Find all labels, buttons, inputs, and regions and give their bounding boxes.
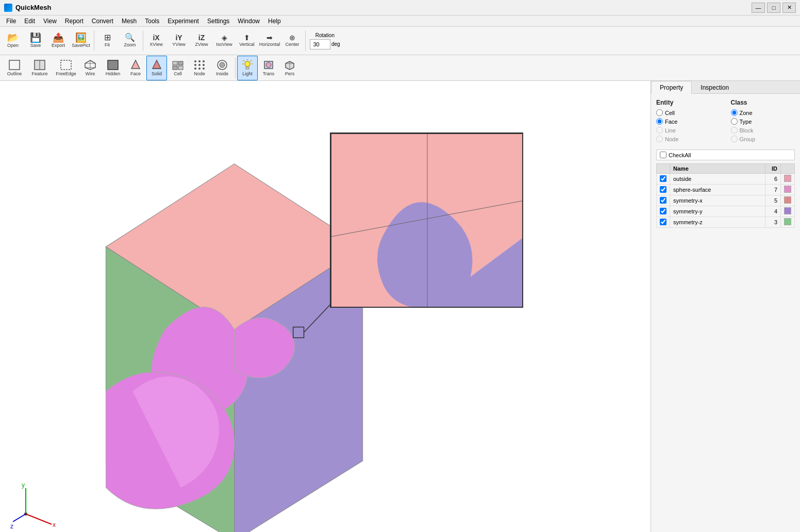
- vertical-button[interactable]: ⬆ Vertical: [236, 28, 258, 53]
- tab-property[interactable]: Property: [651, 81, 692, 94]
- class-group-radio[interactable]: [731, 136, 738, 142]
- trans-button[interactable]: Trans: [258, 56, 279, 80]
- svg-point-17: [198, 60, 201, 62]
- node-button[interactable]: Node: [189, 56, 210, 80]
- class-type-row: Type: [731, 118, 795, 125]
- freeedge-button[interactable]: FreeEdge: [53, 56, 79, 80]
- svg-point-27: [245, 61, 250, 66]
- wire-button[interactable]: Wire: [80, 56, 101, 80]
- menu-item-tools[interactable]: Tools: [141, 16, 163, 26]
- class-zone-radio[interactable]: [731, 109, 738, 116]
- toolbar-sep-2: [143, 30, 143, 51]
- isoview-label: IsoView: [216, 42, 232, 47]
- row-checkbox-1[interactable]: [660, 186, 666, 193]
- feature-button[interactable]: Feature: [27, 56, 52, 80]
- zoom-button[interactable]: 🔍 Zoom: [119, 28, 141, 53]
- row-checkbox-0[interactable]: [660, 175, 666, 182]
- row-check-2[interactable]: [657, 195, 670, 206]
- entity-cell-radio[interactable]: [656, 109, 663, 116]
- checkall-checkbox[interactable]: [660, 152, 666, 158]
- menu-item-convert[interactable]: Convert: [88, 16, 118, 26]
- rotation-unit: deg: [331, 41, 340, 47]
- horizontal-button[interactable]: ➡ Horizontal: [259, 28, 280, 53]
- entity-cell-row: Cell: [656, 109, 721, 116]
- pers-button[interactable]: Pers: [279, 56, 300, 80]
- color-swatch-0: [784, 175, 791, 182]
- cell-button[interactable]: Cell: [168, 56, 188, 80]
- svg-text:y: y: [22, 483, 25, 489]
- menu-item-help[interactable]: Help: [264, 16, 285, 26]
- menu-item-window[interactable]: Window: [234, 16, 264, 26]
- viewport[interactable]: x y z 3380 cells | 2106 nodes | 884 boun…: [0, 81, 651, 532]
- row-color-1: [781, 185, 795, 195]
- center-button[interactable]: ⊕ Center: [281, 28, 303, 53]
- magnifier-window: [330, 132, 523, 308]
- svg-point-35: [266, 62, 271, 68]
- row-checkbox-3[interactable]: [660, 208, 666, 214]
- titlebar-left: QuickMesh: [4, 4, 51, 12]
- fit-label: Fit: [105, 43, 110, 48]
- minimize-button[interactable]: —: [752, 3, 765, 13]
- inside-button[interactable]: Inside: [211, 56, 234, 80]
- entity-col: Entity Cell Face Line N: [656, 99, 721, 144]
- entity-node-label: Node: [665, 136, 678, 142]
- fit-button[interactable]: ⊞ Fit: [96, 28, 118, 53]
- entity-face-radio[interactable]: [656, 118, 663, 125]
- row-id-2: 5: [765, 195, 781, 206]
- right-panel: Property Inspection Entity Cell Face: [651, 81, 800, 532]
- row-name-2: symmetry-x: [670, 195, 765, 206]
- row-color-3: [781, 206, 795, 217]
- open-label: Open: [7, 43, 19, 48]
- class-type-radio[interactable]: [731, 118, 738, 125]
- table-row[interactable]: sphere-surface 7: [657, 185, 795, 195]
- isoview-button[interactable]: ◈ IsoView: [213, 28, 235, 53]
- row-check-4[interactable]: [657, 217, 670, 228]
- zview-button[interactable]: iZ ZView: [191, 28, 212, 53]
- savepict-button[interactable]: 🖼️ SavePict: [70, 28, 92, 53]
- hidden-button[interactable]: Hidden: [101, 56, 125, 80]
- menu-item-experiment[interactable]: Experiment: [163, 16, 203, 26]
- menu-item-mesh[interactable]: Mesh: [118, 16, 141, 26]
- save-button[interactable]: 💾 Save: [25, 28, 46, 53]
- pers-icon: [284, 59, 296, 71]
- export-icon: 📤: [53, 33, 64, 42]
- row-checkbox-4[interactable]: [660, 219, 666, 225]
- row-check-1[interactable]: [657, 185, 670, 195]
- maximize-button[interactable]: □: [767, 3, 780, 13]
- panel-content: Entity Cell Face Line N: [651, 94, 800, 532]
- outline-button[interactable]: Outline: [2, 56, 27, 80]
- tab-inspection[interactable]: Inspection: [692, 81, 738, 94]
- face-button[interactable]: Face: [125, 56, 146, 80]
- rotation-input[interactable]: [310, 39, 330, 49]
- menu-item-report[interactable]: Report: [61, 16, 88, 26]
- center-label: Center: [285, 42, 299, 47]
- menu-item-view[interactable]: View: [39, 16, 61, 26]
- table-row[interactable]: symmetry-y 4: [657, 206, 795, 217]
- export-button[interactable]: 📤 Export: [47, 28, 69, 53]
- open-button[interactable]: 📂 Open: [2, 28, 24, 53]
- table-row[interactable]: outside 6: [657, 174, 795, 185]
- row-check-3[interactable]: [657, 206, 670, 217]
- xview-button[interactable]: iX XView: [145, 28, 167, 53]
- close-button[interactable]: ✕: [782, 3, 796, 13]
- th-check: [657, 164, 670, 174]
- solid-button[interactable]: Solid: [146, 56, 167, 80]
- yview-button[interactable]: iY YView: [168, 28, 190, 53]
- yview-icon: iY: [175, 34, 182, 41]
- row-checkbox-2[interactable]: [660, 197, 666, 204]
- view-sep: [235, 58, 236, 78]
- node-icon: [193, 59, 206, 71]
- main-area: x y z 3380 cells | 2106 nodes | 884 boun…: [0, 81, 800, 532]
- class-block-radio[interactable]: [731, 127, 738, 134]
- menu-item-settings[interactable]: Settings: [203, 16, 234, 26]
- light-button[interactable]: Light: [237, 56, 258, 80]
- table-row[interactable]: symmetry-z 3: [657, 217, 795, 228]
- svg-rect-0: [9, 60, 20, 70]
- table-row[interactable]: symmetry-x 5: [657, 195, 795, 206]
- menu-item-edit[interactable]: Edit: [20, 16, 39, 26]
- row-check-0[interactable]: [657, 174, 670, 185]
- menu-item-file[interactable]: File: [2, 16, 20, 26]
- entity-node-radio[interactable]: [656, 136, 663, 142]
- zoom-label: Zoom: [124, 43, 136, 48]
- entity-line-radio[interactable]: [656, 127, 663, 134]
